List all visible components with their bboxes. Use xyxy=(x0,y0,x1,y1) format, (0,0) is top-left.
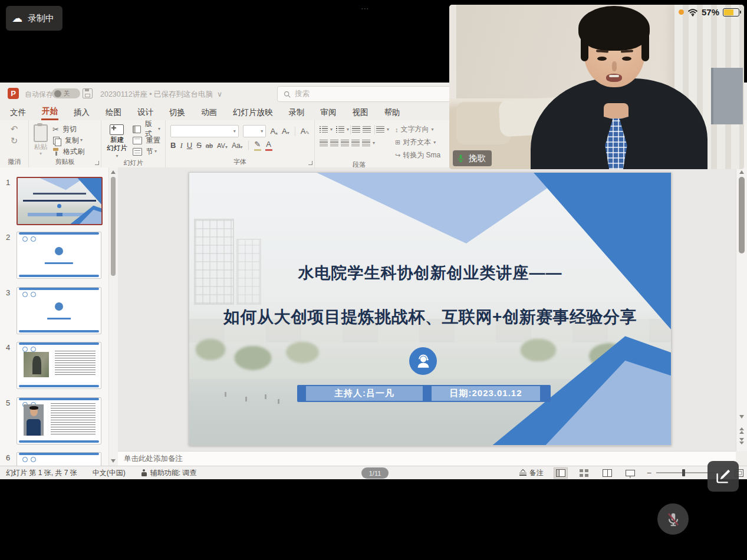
cut-button[interactable]: ✂ 剪切 xyxy=(52,124,84,134)
layout-button[interactable]: 版式 ▾ xyxy=(133,124,160,134)
clear-formatting-button[interactable]: A✎ xyxy=(301,127,310,136)
format-painter-button[interactable]: 格式刷 xyxy=(52,147,84,156)
highlight-color-button[interactable]: ✎ xyxy=(254,140,261,151)
italic-button[interactable]: I xyxy=(180,141,182,150)
search-input[interactable]: 搜索 xyxy=(277,86,468,102)
slideshow-view-button[interactable] xyxy=(624,469,637,477)
decrease-indent-icon[interactable] xyxy=(352,126,360,133)
reading-view-button[interactable] xyxy=(601,468,614,478)
tab-home[interactable]: 开始 xyxy=(41,104,58,120)
numbering-icon[interactable] xyxy=(336,126,344,133)
line-spacing-icon[interactable] xyxy=(376,126,384,133)
font-group-label: 字体 xyxy=(166,157,314,167)
redo-icon[interactable]: ↻ xyxy=(11,136,18,146)
slide-thumbnail-3[interactable] xyxy=(17,287,101,334)
new-slide-button[interactable]: 新建 幻灯片 ▾ xyxy=(106,124,128,159)
slides-group: 新建 幻灯片 ▾ 版式 ▾ 重置 xyxy=(101,120,166,167)
person-eye xyxy=(622,57,631,61)
language-status[interactable]: 中文(中国) xyxy=(93,468,126,478)
strikethrough-button[interactable]: S xyxy=(196,141,202,150)
tab-transitions[interactable]: 切换 xyxy=(169,104,186,120)
convert-smartart-button[interactable]: ↪ 转换为 Sma xyxy=(395,150,440,160)
font-color-button[interactable]: A xyxy=(265,140,272,151)
annotation-pen-button[interactable] xyxy=(707,461,739,492)
tab-help[interactable]: 帮助 xyxy=(384,104,401,120)
notes-toggle-button[interactable]: 备注 xyxy=(519,468,544,478)
grow-font-button[interactable]: A▴ xyxy=(270,127,278,136)
tab-slideshow[interactable]: 幻灯片放映 xyxy=(232,104,274,120)
zoom-slider-thumb[interactable] xyxy=(682,469,685,476)
section-button[interactable]: 节 ▾ xyxy=(133,147,160,156)
copy-button[interactable]: 复制 ▾ xyxy=(52,136,84,145)
clipboard-dialog-launcher-icon[interactable] xyxy=(95,161,99,165)
font-group: ▾ ▾ A▴ A▾ A✎ B xyxy=(166,120,315,167)
reading-view-icon xyxy=(603,469,612,477)
columns-icon[interactable] xyxy=(362,140,370,146)
microphone-muted-button[interactable] xyxy=(657,503,689,535)
slide-canvas[interactable]: 水电院学生科协创新创业类讲座—— 如何从大创项目提炼挑战杯、互联网+创新赛事经验… xyxy=(189,172,672,446)
tab-draw[interactable]: 绘图 xyxy=(105,104,122,120)
tab-animations[interactable]: 动画 xyxy=(200,104,218,120)
scroll-down-icon[interactable] xyxy=(111,459,116,463)
slide-thumbnail-panel: 1 2 3 xyxy=(0,167,119,466)
shrink-font-button[interactable]: A▾ xyxy=(282,127,289,136)
align-right-icon[interactable] xyxy=(341,140,349,146)
double-strike-button[interactable]: ab xyxy=(206,141,213,150)
webcam-video[interactable]: 57% 挽歌 xyxy=(449,5,744,169)
underline-button[interactable]: U xyxy=(187,141,192,150)
bold-button[interactable]: B xyxy=(170,141,176,150)
screen: ⋯ ☁ 录制中 P 自动保存 关 20230112讲座 • 已保存到这台电脑 ∨ xyxy=(0,0,747,560)
slide-sorter-view-button[interactable] xyxy=(578,468,591,478)
powerpoint-logo-icon[interactable]: P xyxy=(8,88,19,99)
editor-scrollbar-thumb[interactable] xyxy=(739,177,745,253)
recording-dot-icon xyxy=(679,9,684,15)
slide-thumbnail-5[interactable] xyxy=(17,397,101,444)
next-slide-icon[interactable] xyxy=(739,438,744,445)
notes-pane[interactable]: 单击此处添加备注 xyxy=(118,451,736,466)
increase-indent-icon[interactable] xyxy=(363,126,371,133)
slide-thumbnail-4[interactable] xyxy=(17,342,101,389)
save-icon[interactable] xyxy=(83,88,93,98)
align-left-icon[interactable] xyxy=(320,140,328,146)
tab-record[interactable]: 录制 xyxy=(288,104,305,120)
character-spacing-button[interactable]: AV▾ xyxy=(217,141,228,150)
recording-badge[interactable]: ☁ 录制中 xyxy=(6,6,62,31)
previous-slide-icon[interactable] xyxy=(739,427,744,434)
tab-view[interactable]: 视图 xyxy=(352,104,369,120)
editor-scroll-up-icon[interactable] xyxy=(739,170,744,174)
thumbnail-scrollbar[interactable] xyxy=(108,167,118,466)
zoom-slider[interactable] xyxy=(656,472,715,473)
copy-icon xyxy=(53,137,60,144)
layout-icon xyxy=(133,126,141,133)
thumb-number-3: 3 xyxy=(6,288,10,297)
align-center-icon[interactable] xyxy=(330,140,338,146)
tab-file[interactable]: 文件 xyxy=(9,104,27,120)
slide-title-line2: 如何从大创项目提炼挑战杯、互联网+创新赛事经验分享 xyxy=(189,306,671,328)
document-title[interactable]: 20230112讲座 • 已保存到这台电脑 ∨ xyxy=(100,90,222,100)
tab-insert[interactable]: 插入 xyxy=(73,104,90,120)
editor-scroll-down-icon[interactable] xyxy=(739,415,744,419)
scroll-up-icon[interactable] xyxy=(111,170,116,174)
tab-review[interactable]: 审阅 xyxy=(320,104,337,120)
justify-icon[interactable] xyxy=(351,140,360,146)
reset-button[interactable]: 重置 xyxy=(133,136,160,145)
slide-thumbnail-2[interactable] xyxy=(17,232,101,279)
undo-icon[interactable]: ↶ xyxy=(11,124,18,134)
zoom-out-button[interactable]: − xyxy=(647,468,651,477)
bullets-icon[interactable] xyxy=(320,126,328,133)
accessibility-status[interactable]: 辅助功能: 调查 xyxy=(141,468,197,478)
editor-scrollbar[interactable] xyxy=(736,167,747,451)
align-text-button[interactable]: ⊞ 对齐文本 ▾ xyxy=(395,137,440,147)
slide-thumbnail-6[interactable] xyxy=(17,452,101,466)
paste-button[interactable]: 粘贴 ▾ xyxy=(34,124,48,157)
font-dialog-launcher-icon[interactable] xyxy=(308,161,312,165)
normal-view-button[interactable] xyxy=(554,467,568,479)
text-direction-button[interactable]: ↕ 文字方向 ▾ xyxy=(395,124,440,134)
tab-design[interactable]: 设计 xyxy=(137,104,154,120)
thumbnail-scrollbar-thumb[interactable] xyxy=(111,177,116,276)
change-case-button[interactable]: Aa▾ xyxy=(232,141,243,150)
font-name-select[interactable]: ▾ xyxy=(170,125,239,137)
autosave-toggle[interactable]: 关 xyxy=(52,88,80,98)
font-size-select[interactable]: ▾ xyxy=(243,125,266,137)
slide-thumbnail-1[interactable] xyxy=(17,177,103,225)
